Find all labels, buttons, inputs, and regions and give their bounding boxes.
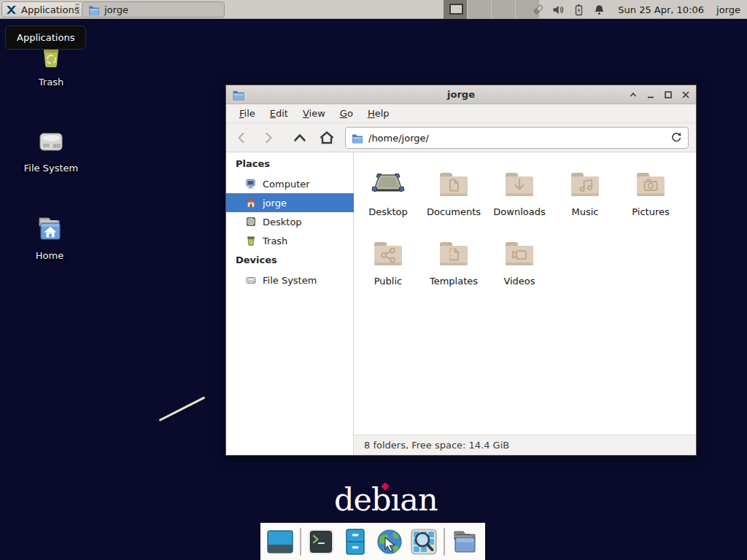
menu-help[interactable]: Help (360, 106, 397, 121)
up-button[interactable] (290, 128, 309, 147)
panel-user-menu[interactable]: jorge (716, 4, 740, 15)
menu-edit[interactable]: Edit (263, 106, 295, 121)
file-manager-launcher[interactable] (341, 527, 370, 556)
terminal-launcher[interactable] (306, 527, 336, 556)
show-desktop-icon (266, 527, 295, 556)
pictures-folder-icon (633, 166, 668, 201)
maximize-button[interactable] (663, 90, 673, 99)
forward-button[interactable] (259, 128, 278, 147)
menu-file[interactable]: File (232, 106, 263, 121)
removable-device-icon[interactable] (532, 4, 544, 16)
app-finder-icon (409, 527, 438, 556)
applications-menu-label: Applications (21, 4, 79, 15)
trash-small-icon (245, 235, 257, 246)
sidebar-item-file-system[interactable]: File System (226, 271, 354, 289)
sidebar-item-desktop[interactable]: Desktop (226, 212, 354, 231)
desktop-icon-file-system[interactable]: File System (18, 125, 84, 174)
public-folder-icon (371, 235, 406, 270)
directory-menu-folder-icon (450, 527, 479, 556)
desktop-icon-label: Home (17, 250, 82, 261)
path-text: /home/jorge/ (368, 133, 429, 144)
battery-icon[interactable] (573, 4, 585, 16)
desktop-icon (245, 216, 257, 228)
close-button[interactable] (681, 90, 690, 99)
desktop-icon-label: Trash (18, 77, 84, 88)
terminal-icon (306, 527, 336, 556)
window-body: Places Computer jorge Desktop Trash (226, 152, 696, 455)
file-item-downloads[interactable]: Downloads (487, 160, 552, 217)
templates-folder-icon (436, 235, 471, 270)
file-view[interactable]: Desktop Documents (354, 152, 696, 455)
menu-go[interactable]: Go (333, 106, 360, 121)
path-input[interactable]: /home/jorge/ (345, 127, 689, 149)
applications-tooltip: Applications (5, 26, 86, 50)
sidebar-item-computer[interactable]: Computer (226, 174, 354, 193)
sidebar-item-trash[interactable]: Trash (226, 231, 354, 250)
file-item-public[interactable]: Public (355, 229, 421, 287)
panel-clock[interactable]: Sun 25 Apr, 10:06 (618, 4, 704, 15)
reload-icon[interactable] (670, 131, 682, 145)
sidebar: Places Computer jorge Desktop Trash (226, 152, 354, 455)
notifications-bell-icon[interactable] (593, 4, 605, 16)
folder-icon (88, 4, 100, 15)
panel-grip-handle[interactable] (75, 4, 80, 15)
desktop-icon-label: File System (18, 163, 84, 174)
workspace-1[interactable] (444, 0, 468, 19)
xfce-applications-icon (5, 4, 18, 16)
window-title: jorge (226, 89, 696, 100)
sidebar-header-places: Places (236, 158, 270, 169)
applications-menu-button[interactable]: Applications (1, 1, 85, 18)
file-item-pictures[interactable]: Pictures (618, 160, 684, 217)
volume-icon[interactable] (552, 4, 565, 16)
back-button[interactable] (232, 128, 251, 147)
path-folder-icon (352, 133, 363, 144)
workspace-2[interactable] (468, 0, 492, 19)
top-panel: Applications jorge Sun 25 Apr, 10:06 jor… (0, 0, 747, 19)
minimize-button[interactable] (646, 90, 655, 99)
workspace-switcher[interactable] (444, 0, 540, 19)
web-browser-launcher[interactable] (375, 527, 404, 556)
sidebar-item-jorge[interactable]: jorge (226, 193, 354, 212)
music-folder-icon (568, 166, 603, 201)
file-item-desktop[interactable]: Desktop (355, 160, 421, 217)
file-item-videos[interactable]: Videos (487, 229, 552, 287)
file-item-templates[interactable]: Templates (421, 229, 487, 287)
home-icon (245, 197, 257, 209)
system-tray: Sun 25 Apr, 10:06 jorge (532, 0, 747, 19)
toolbar: /home/jorge/ (226, 123, 696, 152)
desktop-screen: Applications jorge Sun 25 Apr, 10:06 jor… (0, 0, 747, 560)
hard-drive-icon (34, 125, 68, 159)
computer-icon (245, 178, 257, 190)
directory-menu-launcher[interactable] (450, 527, 479, 556)
titlebar[interactable]: jorge (226, 85, 696, 104)
workspace-3[interactable] (492, 0, 516, 19)
web-browser-icon (375, 527, 404, 556)
desktop-folder-icon (371, 166, 406, 201)
downloads-folder-icon (502, 166, 537, 201)
debian-logo: debıan (334, 481, 438, 518)
file-item-documents[interactable]: Documents (421, 160, 487, 217)
home-button[interactable] (317, 128, 336, 147)
file-manager-window: jorge File Edit View Go Help /home/jorge… (225, 85, 697, 456)
file-cabinet-icon (341, 527, 370, 556)
file-item-music[interactable]: Music (552, 160, 618, 217)
taskbar-window-label: jorge (104, 4, 128, 15)
taskbar-window-button[interactable]: jorge (82, 1, 225, 18)
home-folder-icon (33, 213, 66, 246)
drive-icon (245, 274, 257, 286)
menubar: File Edit View Go Help (226, 104, 696, 123)
menu-view[interactable]: View (295, 106, 333, 121)
documents-folder-icon (436, 166, 471, 201)
dock (260, 523, 485, 560)
sidebar-header-devices: Devices (236, 254, 277, 265)
dock-separator (300, 528, 301, 556)
file-grid: Desktop Documents (354, 152, 696, 435)
videos-folder-icon (502, 235, 537, 270)
workspace-window-preview (449, 4, 463, 15)
show-desktop-button[interactable] (266, 527, 295, 556)
app-finder-launcher[interactable] (409, 527, 438, 556)
dock-separator (444, 528, 445, 556)
desktop-icon-home[interactable]: Home (17, 213, 82, 261)
wallpaper-scratch-line (159, 397, 206, 421)
shade-button[interactable] (628, 90, 638, 99)
